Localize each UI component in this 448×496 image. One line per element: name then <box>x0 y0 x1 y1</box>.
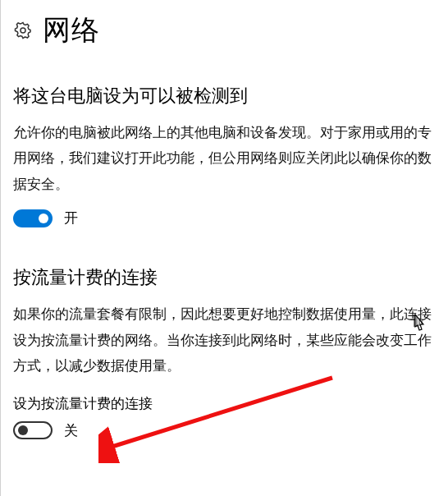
metered-section: 按流量计费的连接 如果你的流量套餐有限制，因此想要更好地控制数据使用量，此连接设… <box>0 265 448 439</box>
discoverable-section: 将这台电脑设为可以被检测到 允许你的电脑被此网络上的其他电脑和设备发现。对于家用… <box>0 84 448 227</box>
header: 网络 <box>0 0 448 54</box>
svg-point-0 <box>21 28 25 33</box>
metered-toggle-label: 关 <box>64 421 78 440</box>
gear-icon <box>13 21 33 40</box>
metered-toggle[interactable] <box>13 421 53 439</box>
discoverable-toggle[interactable] <box>13 209 53 227</box>
metered-title: 按流量计费的连接 <box>13 265 435 290</box>
discoverable-desc: 允许你的电脑被此网络上的其他电脑和设备发现。对于家用或用的专用网络，我们建议打开… <box>13 120 435 197</box>
discoverable-toggle-label: 开 <box>64 209 78 227</box>
metered-label: 设为按流量计费的连接 <box>13 394 435 413</box>
metered-desc: 如果你的流量套餐有限制，因此想要更好地控制数据使用量，此连接设为按流量计费的网络… <box>13 301 435 379</box>
discoverable-title: 将这台电脑设为可以被检测到 <box>13 84 435 108</box>
page-title: 网络 <box>43 11 100 49</box>
